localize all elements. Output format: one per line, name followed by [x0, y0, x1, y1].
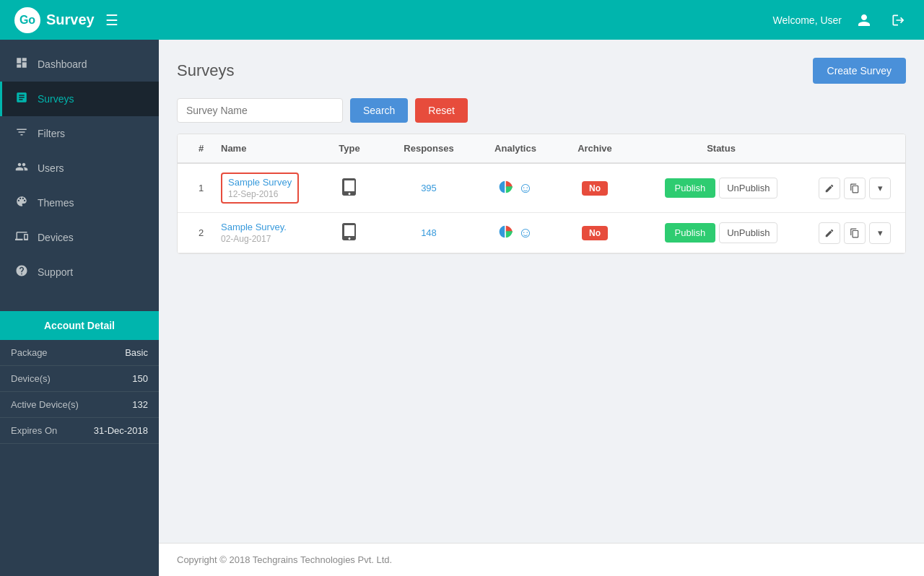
search-bar: Search Reset	[177, 98, 906, 123]
row1-survey-date: 12-Sep-2016	[228, 189, 292, 199]
row2-edit-button[interactable]	[819, 222, 840, 244]
devices-value: 150	[132, 373, 148, 384]
logo: Go Survey	[14, 7, 95, 33]
sidebar-item-devices[interactable]: Devices	[0, 220, 159, 255]
create-survey-button[interactable]: Create Survey	[813, 58, 906, 84]
copyright-text: Copyright © 2018 Techgrains Technologies…	[177, 554, 392, 565]
dashboard-icon	[14, 56, 29, 72]
logo-icon: Go	[14, 7, 40, 33]
col-num: #	[185, 143, 217, 154]
survey-table: # Name Type Responses Analytics Archive …	[177, 134, 906, 254]
table-header: # Name Type Responses Analytics Archive …	[178, 134, 905, 164]
page-header: Surveys Create Survey	[177, 58, 906, 84]
sidebar-item-filters[interactable]: Filters	[0, 116, 159, 151]
header-right: Welcome, User	[773, 9, 910, 32]
sidebar-item-dashboard-label: Dashboard	[38, 58, 87, 70]
user-profile-icon[interactable]	[853, 9, 876, 32]
sidebar-item-dashboard[interactable]: Dashboard	[0, 47, 159, 82]
pie-chart-icon[interactable]	[498, 180, 513, 196]
smiley-icon[interactable]: ☺	[518, 180, 533, 196]
layout: Dashboard Surveys Filters Users	[0, 0, 924, 576]
col-analytics: Analytics	[472, 143, 559, 154]
sidebar-item-support[interactable]: Support	[0, 255, 159, 289]
row2-num: 2	[185, 227, 217, 238]
row1-actions: ▾	[811, 178, 898, 199]
sidebar-item-themes-label: Themes	[38, 197, 74, 209]
search-button[interactable]: Search	[350, 98, 408, 123]
sidebar-item-surveys-label: Surveys	[38, 93, 74, 105]
reset-button[interactable]: Reset	[415, 98, 468, 123]
col-actions	[811, 143, 898, 154]
devices-label: Device(s)	[11, 373, 51, 384]
row1-more-button[interactable]: ▾	[869, 178, 891, 199]
col-type: Type	[313, 143, 385, 154]
welcome-text: Welcome, User	[773, 14, 842, 26]
pie-chart-icon-2[interactable]	[498, 224, 513, 241]
col-archive: Archive	[559, 143, 631, 154]
row1-action-icons: ▾	[811, 178, 898, 199]
account-detail-header: Account Detail	[0, 311, 159, 340]
logo-initials: Go	[19, 14, 35, 27]
row1-copy-button[interactable]	[844, 178, 866, 199]
account-table: Package Basic Device(s) 150 Active Devic…	[0, 340, 159, 444]
row2-survey-link[interactable]: Sample Survey.	[221, 222, 313, 232]
header: Go Survey ☰ Welcome, User	[0, 0, 924, 40]
expires-label: Expires On	[11, 425, 57, 436]
account-row-active-devices: Active Device(s) 132	[0, 392, 159, 418]
pie-chart-svg-2	[498, 224, 513, 239]
sidebar-item-surveys[interactable]: Surveys	[0, 82, 159, 116]
row2-analytics: ☺	[472, 224, 559, 241]
filters-icon	[14, 126, 29, 141]
logout-icon[interactable]	[886, 9, 910, 32]
row1-archive: No	[559, 181, 631, 196]
page-title: Surveys	[177, 61, 234, 80]
row1-publish-button[interactable]: Publish	[665, 178, 716, 198]
sidebar-item-users-label: Users	[38, 162, 64, 174]
col-responses: Responses	[385, 143, 472, 154]
row1-survey-link[interactable]: Sample Survey	[228, 177, 292, 188]
tablet-icon	[341, 178, 358, 196]
row1-responses[interactable]: 395	[385, 183, 472, 193]
row2-type	[313, 223, 385, 243]
row2-responses[interactable]: 148	[385, 227, 472, 238]
row2-more-button[interactable]: ▾	[869, 222, 891, 244]
logo-text: Survey	[46, 12, 95, 28]
pie-chart-svg	[498, 180, 513, 194]
package-value: Basic	[125, 347, 148, 358]
row2-actions: ▾	[811, 222, 898, 244]
row2-archive: No	[559, 226, 631, 240]
row2-survey-date: 02-Aug-2017	[221, 234, 313, 244]
themes-icon	[14, 195, 29, 211]
row2-status: Publish UnPublish	[631, 222, 811, 243]
row2-status-buttons: Publish UnPublish	[631, 222, 811, 243]
row2-name-cell: Sample Survey. 02-Aug-2017	[217, 222, 313, 244]
row1-unpublish-button[interactable]: UnPublish	[719, 178, 777, 198]
row1-edit-button[interactable]	[819, 178, 840, 199]
row2-copy-button[interactable]	[844, 222, 866, 244]
row2-responses-link[interactable]: 148	[421, 227, 437, 238]
hamburger-menu[interactable]: ☰	[105, 12, 118, 29]
survey-name-input[interactable]	[177, 98, 343, 123]
sidebar-item-themes[interactable]: Themes	[0, 186, 159, 220]
sidebar-item-users[interactable]: Users	[0, 151, 159, 186]
table-row: 1 Sample Survey 12-Sep-2016 395	[178, 164, 905, 213]
row1-responses-link[interactable]: 395	[421, 183, 437, 193]
row1-name-cell: Sample Survey 12-Sep-2016	[217, 173, 313, 204]
header-left: Go Survey ☰	[14, 7, 118, 33]
row1-archive-badge: No	[582, 181, 608, 196]
row1-type	[313, 178, 385, 198]
account-row-devices: Device(s) 150	[0, 366, 159, 392]
smiley-icon-2[interactable]: ☺	[518, 224, 533, 241]
row2-unpublish-button[interactable]: UnPublish	[719, 222, 777, 243]
table-row: 2 Sample Survey. 02-Aug-2017 148	[178, 213, 905, 253]
active-devices-label: Active Device(s)	[11, 399, 79, 410]
account-detail: Account Detail Package Basic Device(s) 1…	[0, 311, 159, 444]
account-row-package: Package Basic	[0, 340, 159, 366]
main-content: Surveys Create Survey Search Reset # Nam…	[159, 40, 924, 576]
col-status: Status	[631, 143, 811, 154]
row2-publish-button[interactable]: Publish	[665, 223, 716, 243]
row2-archive-badge: No	[582, 226, 608, 240]
col-name: Name	[217, 143, 313, 154]
sidebar-item-devices-label: Devices	[38, 232, 74, 243]
sidebar-item-filters-label: Filters	[38, 128, 65, 139]
